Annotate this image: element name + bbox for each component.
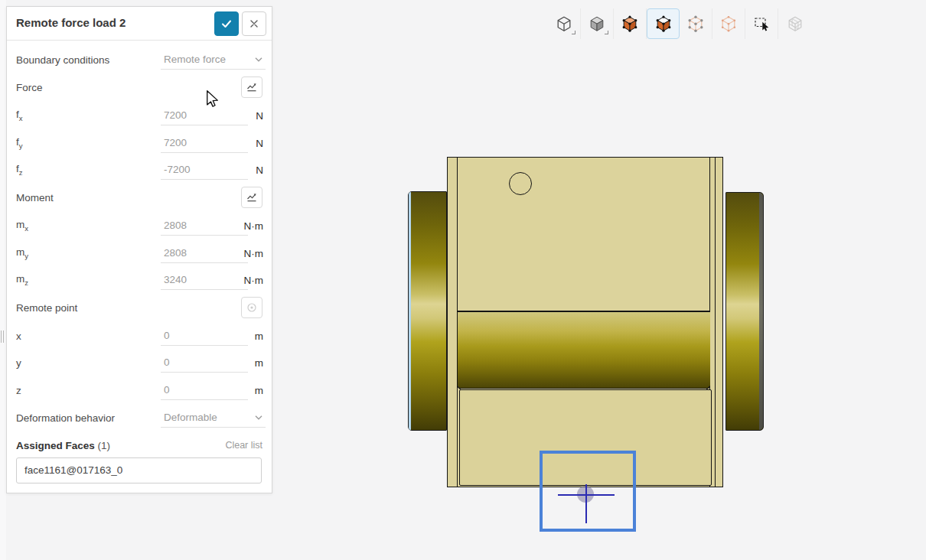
check-icon bbox=[220, 18, 233, 30]
select-vertices-cube-icon[interactable] bbox=[680, 8, 712, 39]
line-chart-icon bbox=[246, 81, 258, 93]
close-button[interactable] bbox=[242, 11, 266, 36]
remote-y-row: y 0 m bbox=[16, 349, 263, 376]
model-main-body-face[interactable] bbox=[447, 157, 723, 487]
remote-z-input[interactable]: 0 bbox=[161, 380, 248, 400]
my-input[interactable]: 2808 bbox=[161, 243, 248, 263]
marquee-select-icon[interactable] bbox=[745, 8, 778, 39]
force-section-row: Force bbox=[16, 73, 263, 101]
close-icon bbox=[249, 18, 259, 29]
model-left-cylinder-cap-highlight bbox=[409, 192, 411, 430]
force-table-input-button[interactable] bbox=[241, 77, 262, 98]
remote-z-unit: m bbox=[255, 385, 263, 396]
shaded-cube-icon[interactable] bbox=[581, 8, 614, 39]
clear-list-link[interactable]: Clear list bbox=[225, 440, 262, 451]
confirm-button[interactable] bbox=[214, 11, 239, 36]
mouse-cursor bbox=[206, 90, 219, 108]
model-edge-line bbox=[715, 158, 716, 487]
fz-unit: N bbox=[256, 164, 263, 176]
mz-input[interactable]: 3240 bbox=[161, 270, 248, 290]
remote-force-settings-panel: Remote force load 2 Boundary conditions … bbox=[6, 6, 272, 493]
assigned-faces-header: Assigned Faces (1) Clear list bbox=[16, 434, 263, 457]
boundary-conditions-row: Boundary conditions Remote force bbox=[16, 46, 263, 73]
remote-y-input[interactable]: 0 bbox=[161, 353, 248, 373]
mz-row: mz 3240 N·m bbox=[16, 266, 263, 294]
dropdown-corner-mark bbox=[572, 31, 575, 34]
assigned-face-item[interactable]: face1161@017163_0 bbox=[16, 457, 262, 483]
my-unit: N·m bbox=[244, 248, 264, 259]
panel-title: Remote force load 2 bbox=[16, 16, 126, 29]
select-volumes-cube-icon[interactable] bbox=[614, 8, 647, 39]
remote-z-row: z 0 m bbox=[16, 376, 263, 404]
fx-input[interactable]: 7200 bbox=[161, 106, 248, 125]
model-bearing-band-face[interactable] bbox=[458, 312, 711, 389]
moment-label: Moment bbox=[16, 192, 54, 203]
selection-toolbar bbox=[548, 8, 811, 39]
panel-header: Remote force load 2 bbox=[7, 7, 272, 41]
fz-input[interactable]: -7200 bbox=[161, 160, 248, 180]
mx-unit: N·m bbox=[244, 220, 264, 232]
boundary-conditions-label: Boundary conditions bbox=[16, 54, 109, 66]
mx-row: mx 2808 N·m bbox=[16, 212, 263, 239]
mx-input[interactable]: 2808 bbox=[161, 216, 248, 236]
fx-unit: N bbox=[256, 110, 263, 122]
moment-table-input-button[interactable] bbox=[241, 187, 262, 208]
select-edges-cube-icon[interactable] bbox=[712, 8, 745, 39]
remote-x-unit: m bbox=[255, 330, 263, 342]
select-faces-cube-icon[interactable] bbox=[647, 8, 680, 39]
mz-unit: N·m bbox=[244, 275, 264, 286]
wireframe-cube-icon[interactable] bbox=[548, 8, 581, 39]
mesh-cube-icon[interactable] bbox=[778, 8, 811, 39]
deformation-behavior-label: Deformation behavior bbox=[16, 412, 115, 424]
panel-resize-grip[interactable] bbox=[1, 330, 4, 343]
model-hole[interactable] bbox=[509, 172, 532, 195]
remote-x-row: x 0 m bbox=[16, 322, 263, 350]
remote-point-label: Remote point bbox=[16, 302, 77, 314]
target-icon bbox=[246, 301, 258, 314]
moment-section-row: Moment bbox=[16, 184, 263, 211]
assigned-faces-count: (1) bbox=[98, 440, 111, 451]
boundary-conditions-select[interactable]: Remote force bbox=[161, 50, 266, 70]
force-label: Force bbox=[16, 82, 43, 93]
fx-row: fx 7200 N bbox=[16, 102, 263, 129]
deformation-behavior-row: Deformation behavior Deformable bbox=[16, 404, 263, 431]
assigned-faces-label: Assigned Faces bbox=[16, 440, 95, 451]
fy-input[interactable]: 7200 bbox=[161, 133, 248, 153]
model-left-cylinder-face[interactable] bbox=[408, 191, 447, 431]
remote-y-unit: m bbox=[255, 357, 263, 369]
remote-point-section-row: Remote point bbox=[16, 294, 263, 321]
chevron-down-icon bbox=[255, 415, 262, 420]
app-window: Remote force load 2 Boundary conditions … bbox=[0, 0, 926, 560]
fy-row: fy 7200 N bbox=[16, 129, 263, 157]
line-chart-icon bbox=[246, 191, 258, 203]
remote-point-crosshair-vertical bbox=[585, 484, 587, 523]
remote-point-pick-button[interactable] bbox=[241, 297, 262, 318]
remote-x-input[interactable]: 0 bbox=[161, 326, 248, 346]
dropdown-corner-mark bbox=[605, 31, 608, 34]
model-right-cylinder-face[interactable] bbox=[725, 192, 764, 431]
deformation-behavior-select[interactable]: Deformable bbox=[161, 408, 266, 428]
chevron-down-icon bbox=[255, 57, 262, 62]
fy-unit: N bbox=[256, 138, 263, 149]
my-row: my 2808 N·m bbox=[16, 239, 263, 267]
model-right-cylinder-edge bbox=[759, 193, 763, 430]
fz-row: fz -7200 N bbox=[16, 156, 263, 184]
